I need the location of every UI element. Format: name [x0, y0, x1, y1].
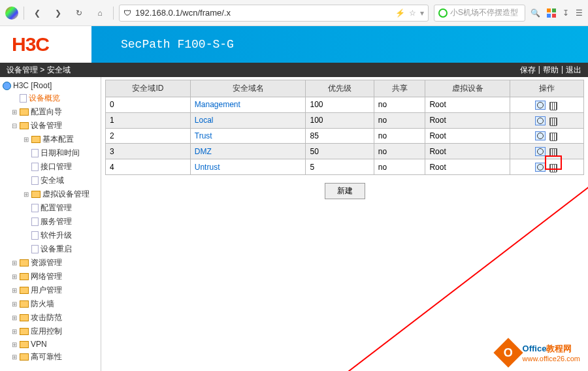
tree-item-3[interactable]: ⊞基本配置: [0, 133, 101, 146]
expander-icon[interactable]: ⊞: [12, 273, 18, 280]
col-header-3: 共享: [374, 80, 425, 97]
forward-button[interactable]: ❯: [50, 5, 66, 21]
tree-label: 配置管理: [41, 202, 72, 214]
tree-label: 用户管理: [31, 285, 62, 296]
dropdown-icon[interactable]: ▾: [420, 8, 424, 18]
expander-icon[interactable]: ⊟: [12, 122, 18, 129]
page-icon: [31, 204, 39, 212]
help-link[interactable]: 帮助: [543, 65, 559, 76]
expander-icon[interactable]: ⊞: [12, 108, 18, 116]
cell-priority: 100: [306, 112, 374, 128]
tree-item-2[interactable]: ⊟设备管理: [0, 119, 101, 133]
cell-device: Root: [425, 159, 510, 175]
address-bar[interactable]: 🛡 ⚡ ☆ ▾: [119, 5, 429, 22]
save-link[interactable]: 保存: [520, 65, 536, 76]
delete-icon[interactable]: [548, 147, 559, 156]
edit-icon[interactable]: [535, 131, 546, 140]
tree-item-8[interactable]: 配置管理: [0, 201, 101, 215]
tree-item-7[interactable]: ⊞虚拟设备管理: [0, 187, 101, 201]
col-header-5: 操作: [510, 80, 584, 97]
search-icon[interactable]: 🔍: [531, 8, 540, 18]
tree-item-1[interactable]: ⊞配置向导: [0, 105, 101, 119]
cell-name-link[interactable]: Untrust: [190, 159, 306, 175]
folder-icon: [20, 300, 29, 308]
back-button[interactable]: ❮: [29, 5, 45, 21]
cell-name-link[interactable]: Local: [190, 112, 306, 128]
url-input[interactable]: [135, 8, 391, 18]
tree-item-14[interactable]: ⊞用户管理: [0, 283, 101, 297]
folder-icon: [31, 191, 41, 198]
flash-icon[interactable]: ⚡: [395, 8, 405, 18]
expander-icon[interactable]: ⊞: [24, 136, 30, 143]
page-icon: [31, 176, 39, 185]
table-row: 0Management100noRoot: [106, 97, 584, 113]
delete-icon[interactable]: [548, 101, 559, 110]
tree-item-18[interactable]: ⊞VPN: [0, 338, 101, 350]
header-banner: H3C SecPath F100-S-G: [0, 26, 588, 63]
delete-icon[interactable]: [548, 116, 559, 125]
apps-icon[interactable]: [547, 8, 556, 18]
expander-icon[interactable]: ⊞: [12, 300, 18, 308]
tree-item-5[interactable]: 接口管理: [0, 160, 101, 174]
delete-icon[interactable]: [548, 163, 559, 172]
new-button[interactable]: 新建: [325, 183, 365, 199]
col-header-4: 虚拟设备: [425, 80, 510, 97]
cell-device: Root: [425, 97, 510, 113]
search-engine-icon: [438, 8, 448, 18]
page-icon: [31, 245, 39, 253]
tree-label: 资源管理: [31, 257, 62, 268]
tree-label: 基本配置: [42, 134, 74, 145]
cell-id: 0: [106, 97, 191, 113]
tree-label: 配置向导: [31, 106, 62, 118]
page-icon: [31, 163, 39, 171]
expander-icon[interactable]: ⊞: [12, 353, 18, 361]
cell-name-link[interactable]: Management: [190, 97, 306, 113]
divider: [113, 7, 114, 20]
expander-icon[interactable]: ⊞: [12, 287, 18, 294]
download-icon[interactable]: ↧: [563, 8, 569, 18]
edit-icon[interactable]: [535, 163, 546, 172]
cell-name-link[interactable]: DMZ: [190, 144, 306, 159]
cell-share: no: [374, 128, 425, 144]
star-icon[interactable]: ☆: [409, 8, 416, 18]
expander-icon[interactable]: ⊞: [12, 259, 18, 266]
cell-priority: 100: [306, 97, 374, 113]
expander-icon[interactable]: ⊞: [12, 328, 18, 335]
expander-icon[interactable]: ⊞: [24, 191, 30, 198]
cell-device: Root: [425, 112, 510, 128]
tree-item-9[interactable]: 服务管理: [0, 215, 101, 229]
watermark-logo: O: [493, 338, 523, 367]
cell-priority: 5: [306, 159, 374, 175]
reload-button[interactable]: ↻: [71, 5, 87, 21]
tree-item-17[interactable]: ⊞应用控制: [0, 325, 101, 338]
tree-label: 应用控制: [31, 326, 62, 337]
tree-label: 虚拟设备管理: [42, 189, 90, 200]
tree-item-15[interactable]: ⊞防火墙: [0, 297, 101, 311]
delete-icon[interactable]: [548, 131, 559, 140]
table-row: 2Trust85noRoot: [106, 128, 584, 144]
edit-icon[interactable]: [535, 147, 546, 156]
tree-item-12[interactable]: ⊞资源管理: [0, 256, 101, 270]
tree-item-19[interactable]: ⊞高可靠性: [0, 350, 101, 364]
edit-icon[interactable]: [535, 116, 546, 125]
edit-icon[interactable]: [535, 101, 546, 110]
home-button[interactable]: ⌂: [92, 5, 108, 21]
menu-icon[interactable]: ☰: [576, 8, 583, 18]
exit-link[interactable]: 退出: [566, 65, 581, 76]
tree-label: 服务管理: [41, 216, 72, 227]
tree-item-0[interactable]: 设备概览: [0, 91, 101, 105]
expander-icon[interactable]: ⊞: [12, 314, 18, 321]
tree-item-11[interactable]: 设备重启: [0, 242, 101, 256]
expander-icon[interactable]: ⊞: [12, 341, 18, 348]
sidebar-tree[interactable]: H3C [Root] 设备概览⊞配置向导⊟设备管理⊞基本配置日期和时间接口管理安…: [0, 77, 101, 371]
folder-icon: [20, 341, 29, 348]
tree-root[interactable]: H3C [Root]: [0, 80, 101, 91]
tree-item-10[interactable]: 软件升级: [0, 229, 101, 242]
tree-item-16[interactable]: ⊞攻击防范: [0, 311, 101, 325]
tree-item-6[interactable]: 安全域: [0, 174, 101, 187]
search-box[interactable]: 小S机场不停摆造型: [434, 5, 525, 22]
tree-item-4[interactable]: 日期和时间: [0, 146, 101, 160]
tree-item-13[interactable]: ⊞网络管理: [0, 270, 101, 283]
cell-priority: 85: [306, 128, 374, 144]
cell-name-link[interactable]: Trust: [190, 128, 306, 144]
